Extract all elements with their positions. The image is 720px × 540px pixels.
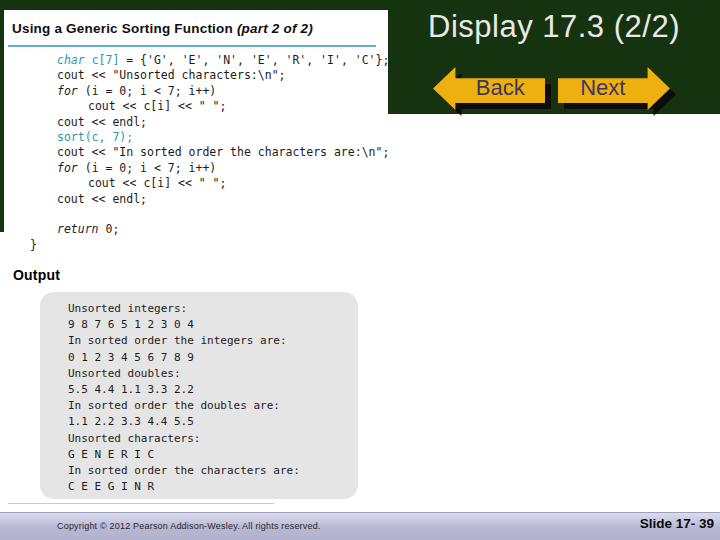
next-button-label: Next (558, 67, 648, 108)
code-line: for (i = 0; i < 7; i++) (30, 84, 389, 99)
code-segment: = {'G', 'E', 'N', 'E', 'R', 'I', 'C'}; (119, 53, 389, 67)
code-segment: cout << "Unsorted characters:\n"; (57, 68, 285, 82)
output-line: G E N E R I C (68, 447, 358, 463)
code-line (30, 207, 389, 222)
code-segment: cout << endl; (57, 115, 147, 129)
output-lines: Unsorted integers:9 8 7 6 5 1 2 3 0 4In … (40, 292, 358, 495)
code-segment: return (57, 222, 99, 236)
back-button-label: Back (455, 67, 545, 108)
code-line: cout << endl; (30, 192, 389, 207)
output-line: In sorted order the characters are: (68, 463, 358, 479)
slide-number: Slide 17- 39 (640, 516, 714, 531)
next-button[interactable]: Next (558, 67, 670, 110)
copyright-text: Copyright © 2012 Pearson Addison-Wesley.… (57, 521, 321, 531)
output-line: C E E G I N R (68, 479, 358, 495)
code-line: } (30, 238, 389, 253)
output-label: Output (13, 267, 60, 283)
code-segment: (i = 0; i < 7; i++) (78, 84, 216, 98)
code-segment: cout << "In sorted order the characters … (57, 145, 389, 159)
code-line: char c[7] = {'G', 'E', 'N', 'E', 'R', 'I… (30, 53, 389, 68)
output-line: Unsorted characters: (68, 431, 358, 447)
output-line: In sorted order the doubles are: (68, 398, 358, 414)
code-line: cout << c[i] << " "; (30, 99, 389, 114)
output-line: In sorted order the integers are: (68, 333, 358, 349)
code-segment: for (57, 161, 78, 175)
left-green-strip (0, 10, 4, 232)
code-line: cout << endl; (30, 115, 389, 130)
code-line: cout << "In sorted order the characters … (30, 145, 389, 160)
code-segment: char (57, 53, 85, 67)
output-box: Unsorted integers:9 8 7 6 5 1 2 3 0 4In … (40, 292, 358, 499)
code-block: char c[7] = {'G', 'E', 'N', 'E', 'R', 'I… (30, 53, 389, 253)
code-line: return 0; (30, 222, 389, 237)
code-line: sort(c, 7); (30, 130, 389, 145)
code-line: cout << "Unsorted characters:\n"; (30, 68, 389, 83)
back-button[interactable]: Back (433, 67, 545, 110)
output-line: 5.5 4.4 1.1 3.3 2.2 (68, 382, 358, 398)
footer-bar: Copyright © 2012 Pearson Addison-Wesley.… (0, 512, 720, 540)
listing-heading-part: (part 2 of 2) (237, 21, 313, 36)
code-segment: cout << c[i] << " "; (88, 99, 226, 113)
output-line: 9 8 7 6 5 1 2 3 0 4 (68, 317, 358, 333)
output-line: 1.1 2.2 3.3 4.4 5.5 (68, 414, 358, 430)
code-segment: (i = 0; i < 7; i++) (78, 161, 216, 175)
listing-heading: Using a Generic Sorting Function (part 2… (12, 21, 384, 36)
code-segment: for (57, 84, 78, 98)
code-segment: 0; (99, 222, 120, 236)
output-line: Unsorted doubles: (68, 366, 358, 382)
code-segment: cout << endl; (57, 192, 147, 206)
slide-title: Display 17.3 (2/2) (388, 9, 720, 45)
code-segment: } (30, 238, 37, 252)
heading-rule (8, 45, 376, 47)
code-line: for (i = 0; i < 7; i++) (30, 161, 389, 176)
code-segment: c[7] (85, 53, 120, 67)
code-line: cout << c[i] << " "; (30, 176, 389, 191)
output-line: Unsorted integers: (68, 301, 358, 317)
output-line: 0 1 2 3 4 5 6 7 8 9 (68, 350, 358, 366)
page-bottom-hairline (8, 503, 274, 504)
listing-heading-main: Using a Generic Sorting Function (12, 21, 237, 36)
code-segment: sort(c, 7); (57, 130, 133, 144)
code-segment: cout << c[i] << " "; (88, 176, 226, 190)
